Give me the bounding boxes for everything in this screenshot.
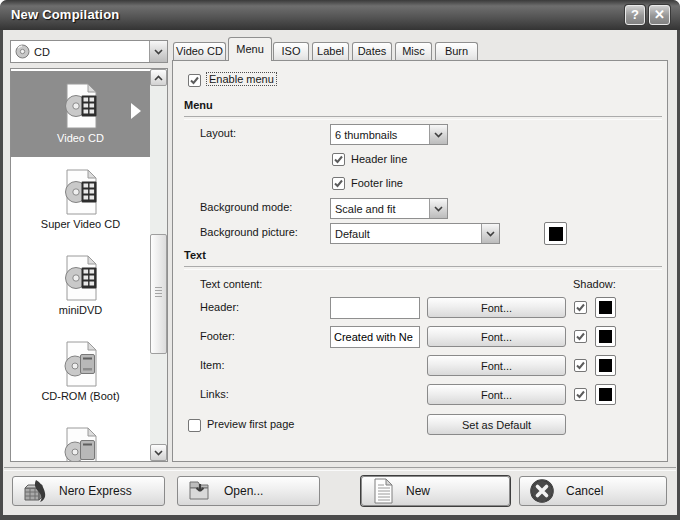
check-icon	[333, 154, 344, 165]
footer-line-checkbox[interactable]	[332, 177, 345, 190]
open-label: Open...	[224, 484, 263, 498]
color-sample	[549, 227, 563, 241]
header-row-label: Header:	[200, 301, 239, 313]
chevron-down-icon[interactable]	[429, 125, 447, 144]
footer-row-label: Footer:	[200, 330, 235, 342]
links-font-button[interactable]: Font...	[427, 384, 566, 405]
nero-express-label: Nero Express	[59, 484, 132, 498]
cdrom-disc-icon	[61, 341, 101, 387]
footer-color-swatch[interactable]	[595, 326, 616, 347]
footer-font-button[interactable]: Font...	[427, 326, 566, 347]
chevron-down-icon[interactable]	[429, 199, 447, 218]
close-icon: ✕	[654, 7, 665, 22]
enable-menu-label[interactable]: Enable menu	[207, 73, 276, 85]
cancel-icon	[529, 478, 555, 504]
close-button[interactable]: ✕	[649, 5, 670, 25]
tab-burn[interactable]: Burn	[435, 42, 478, 60]
chevron-down-icon[interactable]	[481, 224, 499, 243]
preview-first-page-checkbox[interactable]	[188, 419, 201, 432]
shadow-column-label: Shadow:	[573, 278, 616, 290]
chevron-down-icon[interactable]	[149, 41, 167, 62]
check-icon	[575, 360, 586, 371]
menu-tab-page	[172, 60, 668, 462]
video-disc-icon	[61, 169, 101, 215]
new-button[interactable]: New	[361, 476, 510, 506]
menu-group-title: Menu	[184, 99, 213, 111]
header-text-input[interactable]	[330, 297, 420, 319]
video-disc-icon	[61, 83, 101, 129]
check-icon	[575, 331, 586, 342]
window-title: New Compilation	[11, 0, 119, 30]
help-button[interactable]: ?	[625, 5, 645, 25]
question-mark-icon: ?	[631, 7, 639, 22]
new-document-icon	[371, 478, 395, 504]
header-line-checkbox[interactable]	[332, 153, 345, 166]
header-font-button[interactable]: Font...	[427, 297, 566, 318]
list-item-super-video-cd[interactable]: Super Video CD	[11, 157, 150, 243]
scrollbar-thumb[interactable]	[150, 234, 167, 354]
tab-video-cd[interactable]: Video CD	[173, 42, 226, 60]
color-sample	[599, 301, 612, 314]
layout-select[interactable]: 6 thumbnails	[330, 124, 448, 145]
text-group-divider	[184, 266, 662, 270]
list-item-label: Video CD	[57, 132, 104, 144]
footer-text-input[interactable]	[330, 326, 420, 348]
footer-line-label[interactable]: Footer line	[351, 177, 403, 189]
item-row-label: Item:	[200, 359, 224, 371]
item-color-swatch[interactable]	[595, 355, 616, 376]
text-content-label: Text content:	[200, 278, 262, 290]
nero-express-button[interactable]: Nero Express	[12, 476, 165, 506]
set-as-default-button[interactable]: Set as Default	[427, 414, 566, 435]
layout-value: 6 thumbnails	[331, 129, 429, 141]
scroll-down-icon[interactable]	[150, 444, 167, 461]
check-icon	[575, 389, 586, 400]
selection-arrow-icon	[131, 103, 141, 119]
list-viewport: Video CD Super Video CD	[11, 69, 150, 461]
open-button[interactable]: Open...	[177, 476, 320, 506]
tab-iso[interactable]: ISO	[273, 42, 309, 60]
background-picture-label: Background picture:	[200, 226, 298, 238]
check-icon	[575, 302, 586, 313]
footer-shadow-checkbox[interactable]	[574, 330, 587, 343]
links-color-swatch[interactable]	[595, 384, 616, 405]
item-font-button[interactable]: Font...	[427, 355, 566, 376]
background-picture-select[interactable]: Default	[330, 223, 500, 244]
tab-menu[interactable]: Menu	[228, 37, 272, 61]
tab-misc[interactable]: Misc	[395, 42, 432, 60]
text-group-title: Text	[184, 249, 206, 261]
background-color-swatch[interactable]	[544, 222, 567, 245]
background-mode-select[interactable]: Scale and fit	[330, 198, 448, 219]
list-item-label: CD-ROM (Boot)	[41, 390, 119, 402]
links-shadow-checkbox[interactable]	[574, 388, 587, 401]
tab-label[interactable]: Label	[312, 42, 349, 60]
list-item-minidvd[interactable]: miniDVD	[11, 243, 150, 329]
menu-group-divider	[184, 116, 662, 120]
list-item-cdrom-boot[interactable]: CD-ROM (Boot)	[11, 329, 150, 415]
header-color-swatch[interactable]	[595, 297, 616, 318]
compilation-type-list: Video CD Super Video CD	[10, 68, 168, 462]
new-compilation-dialog: New Compilation ? ✕ CD	[0, 0, 680, 520]
cancel-label: Cancel	[566, 484, 603, 498]
enable-menu-checkbox[interactable]	[188, 74, 201, 87]
tab-dates[interactable]: Dates	[352, 42, 392, 60]
list-item-partial[interactable]	[11, 415, 150, 461]
header-shadow-checkbox[interactable]	[574, 301, 587, 314]
list-item-label: Super Video CD	[41, 218, 120, 230]
media-type-select[interactable]: CD	[10, 40, 168, 63]
cancel-button[interactable]: Cancel	[519, 476, 667, 506]
nero-express-icon	[22, 478, 48, 504]
links-row-label: Links:	[200, 388, 229, 400]
background-picture-value: Default	[331, 228, 481, 240]
item-shadow-checkbox[interactable]	[574, 359, 587, 372]
scroll-up-icon[interactable]	[150, 69, 167, 86]
list-scrollbar[interactable]	[150, 69, 167, 461]
list-item-label: miniDVD	[59, 304, 102, 316]
header-line-label[interactable]: Header line	[351, 153, 407, 165]
list-item-video-cd[interactable]: Video CD	[11, 71, 150, 157]
cdrom-disc-icon	[61, 427, 101, 461]
preview-first-page-label[interactable]: Preview first page	[207, 418, 294, 430]
layout-label: Layout:	[200, 127, 236, 139]
background-mode-value: Scale and fit	[331, 203, 429, 215]
check-icon	[333, 178, 344, 189]
title-bar[interactable]: New Compilation ? ✕	[0, 0, 680, 30]
